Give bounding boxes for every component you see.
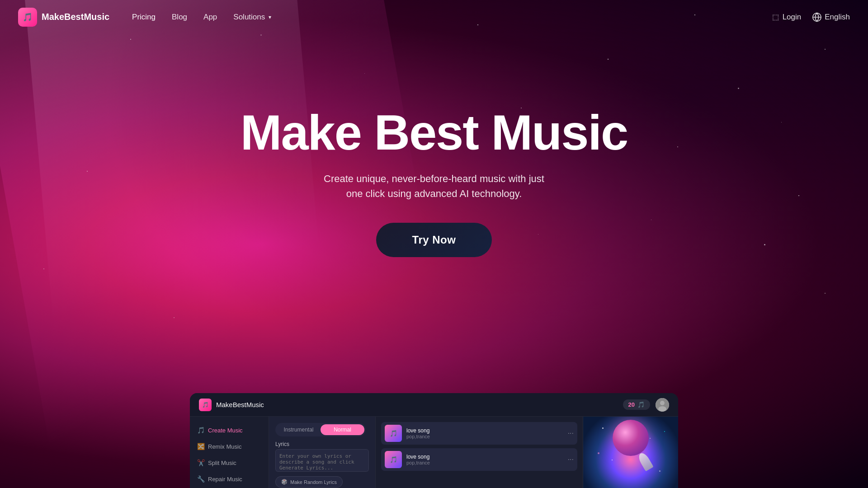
random-icon: 🎲: [281, 479, 288, 485]
app-mockup: 🎵 MakeBestMusic 20 🎵 🎵 Create Music: [190, 393, 678, 488]
credits-music-icon: 🎵: [637, 401, 645, 408]
hero-section: Make Best Music Create unique, never-bef…: [0, 34, 868, 257]
nav-pricing[interactable]: Pricing: [132, 13, 156, 22]
song-info-1: love song pop,trance: [406, 427, 563, 439]
song-menu-2[interactable]: ···: [568, 455, 574, 464]
globe-icon: [812, 12, 822, 22]
credits-badge: 20 🎵: [623, 399, 650, 410]
nav-app[interactable]: App: [203, 13, 217, 22]
app-sidebar: 🎵 Create Music 🔀 Remix Music ✂️ Split Mu…: [190, 417, 269, 488]
song-thumbnail-2: 🎵: [385, 451, 402, 468]
lyrics-label: Lyrics: [275, 441, 369, 447]
svg-point-2: [660, 401, 665, 405]
song-thumbnail-1: 🎵: [385, 425, 402, 442]
app-body: 🎵 Create Music 🔀 Remix Music ✂️ Split Mu…: [190, 417, 678, 488]
create-music-icon: 🎵: [197, 427, 204, 434]
lyrics-textarea[interactable]: [275, 449, 369, 472]
split-icon: ✂️: [197, 459, 204, 466]
song-item-1[interactable]: 🎵 love song pop,trance ···: [381, 422, 577, 445]
lyrics-section: Lyrics: [275, 441, 369, 472]
nav-links: Pricing Blog App Solutions ▾: [132, 13, 772, 22]
song-item-2[interactable]: 🎵 love song pop,trance ···: [381, 448, 577, 471]
credits-number: 20: [628, 401, 635, 408]
repair-icon: 🔧: [197, 475, 204, 483]
remix-icon: 🔀: [197, 443, 204, 450]
app-name: MakeBestMusic: [216, 401, 264, 408]
user-avatar[interactable]: [656, 398, 669, 412]
song-genre-1: pop,trance: [406, 434, 563, 439]
app-art-panel: [583, 417, 678, 488]
mode-tabs: Instrumental Normal: [275, 423, 366, 436]
hero-subtitle: Create unique, never-before-heard music …: [321, 171, 547, 201]
song-info-2: love song pop,trance: [406, 454, 563, 465]
logo-text: MakeBestMusic: [42, 12, 109, 22]
song-genre-2: pop,trance: [406, 460, 563, 465]
app-titlebar-logo: 🎵 MakeBestMusic: [199, 399, 264, 411]
song-title-2: love song: [406, 454, 563, 460]
nav-blog[interactable]: Blog: [172, 13, 187, 22]
tab-normal[interactable]: Normal: [321, 424, 364, 435]
nav-right: ⬚ Login English: [772, 12, 850, 22]
svg-point-3: [658, 406, 666, 412]
tab-instrumental[interactable]: Instrumental: [277, 424, 321, 435]
app-main-panel: Instrumental Normal Lyrics 🎲 Make Random…: [269, 417, 375, 488]
app-songs-panel: 🎵 love song pop,trance ··· 🎵 love song p…: [375, 417, 583, 488]
try-now-button[interactable]: Try Now: [376, 223, 492, 257]
hero-title: Make Best Music: [241, 106, 627, 159]
art-image: [583, 417, 678, 488]
make-random-lyrics-button[interactable]: 🎲 Make Random Lyrics: [275, 476, 343, 488]
sidebar-item-remix-music[interactable]: 🔀 Remix Music: [190, 438, 269, 455]
sidebar-item-create-music[interactable]: 🎵 Create Music: [190, 422, 269, 438]
login-button[interactable]: ⬚ Login: [772, 13, 802, 22]
chevron-down-icon: ▾: [269, 14, 271, 20]
nav-logo[interactable]: 🎵 MakeBestMusic: [18, 8, 109, 27]
sidebar-item-split-music[interactable]: ✂️ Split Music: [190, 455, 269, 471]
logo-icon: 🎵: [18, 8, 37, 27]
login-icon: ⬚: [772, 13, 779, 21]
song-title-1: love song: [406, 427, 563, 434]
language-selector[interactable]: English: [812, 12, 850, 22]
app-logo-icon: 🎵: [199, 399, 212, 411]
navbar: 🎵 MakeBestMusic Pricing Blog App Solutio…: [0, 0, 868, 34]
art-planet: [613, 420, 649, 456]
app-titlebar: 🎵 MakeBestMusic 20 🎵: [190, 393, 678, 417]
sidebar-item-repair-music[interactable]: 🔧 Repair Music: [190, 471, 269, 487]
app-titlebar-right: 20 🎵: [623, 398, 669, 412]
song-menu-1[interactable]: ···: [568, 429, 574, 437]
nav-solutions[interactable]: Solutions ▾: [233, 13, 271, 22]
